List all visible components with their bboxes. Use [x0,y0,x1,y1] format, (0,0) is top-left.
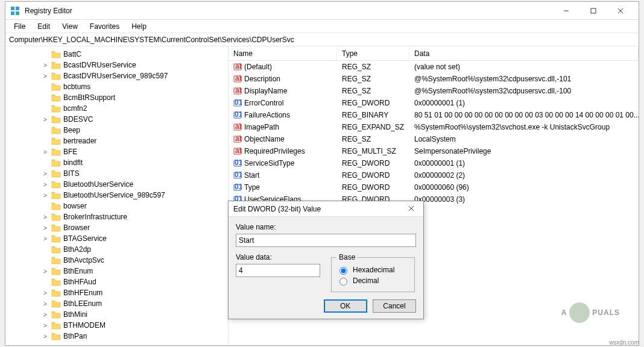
tree-item[interactable]: >BFE [5,146,228,157]
maximize-button[interactable] [579,2,607,19]
close-button[interactable] [607,2,634,19]
ok-button[interactable]: OK [324,299,367,313]
expand-toggle-icon[interactable]: > [42,311,49,318]
expand-toggle-icon[interactable]: > [42,62,49,69]
tree-item[interactable]: bcmfn2 [5,103,228,114]
expand-toggle-icon[interactable]: > [42,73,49,80]
tree-item[interactable]: >BthEnum [5,266,228,277]
column-data[interactable]: Data [409,47,639,60]
expand-toggle-icon[interactable]: > [42,236,49,242]
folder-icon [51,115,61,123]
value-name: ObjectName [244,135,285,143]
menu-edit[interactable]: Edit [33,21,55,32]
radio-decimal[interactable] [339,278,347,286]
radio-hexadecimal[interactable] [339,267,347,275]
folder-icon [51,158,61,167]
value-row[interactable]: 011StartREG_DWORD0x00000002 (2) [229,169,639,181]
menu-file[interactable]: File [9,21,30,32]
svg-text:011: 011 [235,183,242,191]
value-row[interactable]: 011ServiceSidTypeREG_DWORD0x00000001 (1) [229,157,639,169]
menu-view[interactable]: View [57,21,83,32]
svg-text:ab: ab [235,147,242,155]
value-row[interactable]: abDescriptionREG_SZ@%SystemRoot%\system3… [229,73,639,85]
tree-item[interactable]: >BthHFEnum [5,287,228,298]
expand-toggle-icon[interactable]: > [42,225,49,231]
tree-item[interactable]: Beep [5,125,228,136]
expand-toggle-icon[interactable]: > [42,333,49,340]
tree-item[interactable]: BthAvctpSvc [5,255,228,266]
value-type: REG_EXPAND_SZ [337,122,409,132]
value-row[interactable]: ab(Default)REG_SZ(value not set) [229,61,639,73]
menubar: File Edit View Favorites Help [5,20,639,33]
value-type: REG_SZ [337,62,409,72]
value-row[interactable]: abRequiredPrivilegesREG_MULTI_SZSeImpers… [229,145,639,157]
tree-item[interactable]: >BrokerInfrastructure [5,211,228,222]
value-data: 0x00000001 (1) [409,98,639,108]
tree-item-label: BDESVC [63,115,93,123]
value-data: SeImpersonatePrivilege [409,146,639,156]
value-data: @%SystemRoot%\system32\cdpusersvc.dll,-1… [409,86,639,96]
menu-favorites[interactable]: Favorites [85,21,124,32]
value-row[interactable]: abDisplayNameREG_SZ@%SystemRoot%\system3… [229,85,639,97]
tree-item[interactable]: >BTHMODEM [5,320,228,331]
tree-item[interactable]: >BthPan [5,331,228,342]
folder-icon [51,289,61,297]
tree-item[interactable]: >BcastDVRUserService [5,60,228,70]
tree-item[interactable]: bertreader [5,136,228,146]
tree-item[interactable]: >BcastDVRUserService_989c597 [5,70,228,81]
tree-pane[interactable]: BattC>BcastDVRUserService>BcastDVRUserSe… [5,46,229,345]
tree-item[interactable]: bcbtums [5,81,228,92]
tree-item[interactable]: >BthLEEnum [5,298,228,309]
titlebar[interactable]: Registry Editor [5,2,639,20]
dialog-close-button[interactable] [404,205,418,213]
value-type: REG_SZ [337,86,409,96]
tree-item[interactable]: >BluetoothUserService_989c597 [5,190,228,201]
tree-item[interactable]: >Browser [5,222,228,233]
tree-item[interactable]: >BthMini [5,309,228,320]
tree-item-label: BthPan [63,332,87,340]
value-data-field[interactable] [236,264,320,277]
expand-toggle-icon[interactable]: > [42,192,49,199]
tree-item[interactable]: >BITS [5,168,228,179]
value-type-icon: ab [233,147,242,155]
expand-toggle-icon[interactable]: > [42,214,49,220]
folder-icon [51,224,61,232]
watermark-head-icon [569,302,590,323]
tree-item[interactable]: bindflt [5,157,228,168]
tree-item[interactable]: >BDESVC [5,114,228,125]
folder-icon [51,256,61,264]
tree-item[interactable]: BthA2dp [5,244,228,255]
column-type[interactable]: Type [337,47,409,60]
value-row[interactable]: abImagePathREG_EXPAND_SZ%SystemRoot%\sys… [229,121,639,133]
expand-toggle-icon[interactable]: > [42,322,49,329]
value-row[interactable]: 011FailureActionsREG_BINARY80 51 01 00 0… [229,109,639,121]
tree-item[interactable]: >BTAGService [5,233,228,244]
tree-item[interactable]: >BluetoothUserService [5,179,228,190]
tree-item[interactable]: BcmBtRSupport [5,92,228,103]
tree-item[interactable]: BattC [5,49,228,60]
expand-toggle-icon[interactable]: > [42,181,49,188]
expand-toggle-icon[interactable]: > [42,170,49,177]
value-row[interactable]: 011ErrorControlREG_DWORD0x00000001 (1) [229,97,639,109]
cancel-button[interactable]: Cancel [373,299,416,313]
value-data: 0x00000001 (1) [409,158,639,168]
expand-toggle-icon[interactable]: > [42,116,49,123]
value-row[interactable]: 011TypeREG_DWORD0x00000060 (96) [229,181,639,193]
expand-toggle-icon[interactable]: > [42,149,49,155]
tree-item[interactable]: BthHFAud [5,277,228,287]
expand-toggle-icon[interactable]: > [42,301,49,307]
minimize-button[interactable] [552,2,579,19]
address-bar[interactable]: Computer\HKEY_LOCAL_MACHINE\SYSTEM\Curre… [5,33,639,46]
expand-toggle-icon[interactable]: > [42,290,49,296]
column-name[interactable]: Name [229,47,337,60]
value-row[interactable]: abObjectNameREG_SZLocalSystem [229,133,639,145]
columns-header[interactable]: Name Type Data [229,46,639,61]
value-type-icon: 011 [233,183,242,192]
value-name-field[interactable] [236,234,416,247]
watermark-text-a: A [561,308,567,317]
tree-item-label: BthHFAud [63,278,96,286]
value-name: Start [244,171,259,180]
tree-item[interactable]: bowser [5,201,228,211]
expand-toggle-icon[interactable]: > [42,268,49,275]
menu-help[interactable]: Help [127,21,151,32]
